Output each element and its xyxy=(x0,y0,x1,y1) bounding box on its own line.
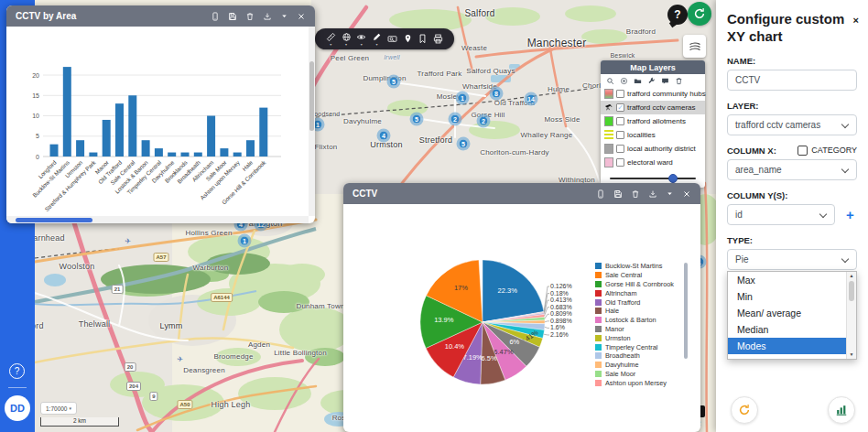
bookmarks-icon[interactable] xyxy=(418,34,428,44)
layer-comments-button[interactable] xyxy=(661,77,669,85)
close-button[interactable] xyxy=(682,189,691,199)
bar[interactable] xyxy=(220,148,228,157)
scroll-down-arrow[interactable]: ▼ xyxy=(847,351,856,359)
measure-tool-icon[interactable] xyxy=(326,32,336,42)
cluster-marker[interactable]: 4 xyxy=(377,129,391,143)
sidebar-close-button[interactable]: × xyxy=(853,15,859,26)
basemap-globe-icon[interactable] xyxy=(342,32,352,42)
delete-button[interactable] xyxy=(631,189,640,199)
visibility-button[interactable]: ▾ xyxy=(356,32,366,47)
hscroll-thumb[interactable] xyxy=(16,218,92,222)
user-avatar[interactable]: DD xyxy=(5,395,30,421)
map-layers-title[interactable]: Map Layers xyxy=(601,60,705,74)
bar[interactable] xyxy=(128,95,136,157)
vscroll-thumb[interactable] xyxy=(309,61,314,131)
bar[interactable] xyxy=(246,140,255,157)
basemap-layers-button[interactable] xyxy=(683,35,706,58)
print-icon[interactable] xyxy=(433,34,443,44)
bar[interactable] xyxy=(63,67,71,157)
bar[interactable] xyxy=(194,153,202,157)
map-scale-select[interactable]: 1:70000 ▾ xyxy=(40,402,77,415)
bar[interactable] xyxy=(259,108,267,157)
add-layer-button[interactable] xyxy=(620,77,628,85)
bar[interactable] xyxy=(76,140,84,157)
cluster-marker[interactable]: 5 xyxy=(410,113,424,126)
cluster-marker[interactable]: 2 xyxy=(477,114,491,128)
bar[interactable] xyxy=(142,140,150,157)
legend-scrollbar[interactable] xyxy=(684,263,688,359)
layer-row[interactable]: local authority district xyxy=(601,142,705,156)
layer-checkbox[interactable] xyxy=(616,90,624,98)
add-y-column-button[interactable]: + xyxy=(846,208,854,221)
bar[interactable] xyxy=(181,153,190,157)
dropdown-scroll-thumb[interactable] xyxy=(849,281,854,301)
bar[interactable] xyxy=(168,153,176,157)
legend-item[interactable]: Sale Central xyxy=(595,271,674,280)
pie-panel-header[interactable]: CCTV xyxy=(343,183,700,204)
layer-row[interactable]: trafford community hubs xyxy=(601,87,705,101)
type-option-modes[interactable]: Modes xyxy=(728,338,856,354)
type-option-standard-deviation[interactable]: Standard Deviation xyxy=(728,354,856,359)
legend-item[interactable]: Timperley Central xyxy=(595,342,674,351)
scroll-up-arrow[interactable]: ▲ xyxy=(847,272,856,280)
bar[interactable] xyxy=(103,120,111,157)
bar[interactable] xyxy=(207,116,215,157)
open-chart-button[interactable] xyxy=(828,396,855,424)
delete-layer-button[interactable] xyxy=(675,77,683,85)
layer-row[interactable]: electoral ward xyxy=(601,156,705,169)
cluster-marker[interactable]: 14 xyxy=(525,92,538,106)
legend-item[interactable]: Bucklow-St Martins xyxy=(595,262,674,271)
legend-item[interactable]: Urmston xyxy=(595,333,674,342)
visibility-icon[interactable] xyxy=(356,32,366,42)
layer-checkbox[interactable]: ✓ xyxy=(616,103,624,112)
print-button[interactable] xyxy=(433,34,443,44)
name-input[interactable]: CCTV xyxy=(727,70,857,91)
collapse-button[interactable] xyxy=(280,12,288,20)
cluster-marker[interactable]: 8 xyxy=(490,87,504,101)
save-button[interactable] xyxy=(613,189,623,199)
layer-row[interactable]: localities xyxy=(601,128,705,142)
legend-item[interactable]: Gorse Hill & Cornbrook xyxy=(595,280,674,289)
legend-item[interactable]: Lostock & Barton xyxy=(595,316,674,325)
draw-tools-button[interactable]: ▾ xyxy=(372,32,382,47)
layer-row[interactable]: trafford allotments xyxy=(601,114,705,128)
legend-item[interactable]: Altrincham xyxy=(595,288,674,297)
refresh-map-button[interactable] xyxy=(688,2,711,26)
download-button[interactable] xyxy=(263,12,272,21)
help-button[interactable]: ? xyxy=(667,5,688,25)
cluster-marker[interactable]: 2 xyxy=(449,113,462,126)
bar[interactable] xyxy=(89,153,97,157)
bar[interactable] xyxy=(115,103,124,157)
cluster-marker[interactable]: 1 xyxy=(456,92,470,105)
bar[interactable] xyxy=(233,153,242,157)
identify-button[interactable] xyxy=(387,34,397,44)
delete-button[interactable] xyxy=(245,12,255,21)
cluster-marker[interactable]: 5 xyxy=(387,75,401,89)
download-button[interactable] xyxy=(648,189,657,199)
search-layers-button[interactable] xyxy=(606,77,614,85)
column-y-select[interactable]: id xyxy=(727,204,835,225)
type-select[interactable]: Pie xyxy=(727,249,857,270)
bar[interactable] xyxy=(155,148,163,157)
legend-item[interactable]: Broadheath xyxy=(595,351,674,361)
bar-panel-hscrollbar[interactable] xyxy=(6,216,309,223)
layer-checkbox[interactable] xyxy=(616,131,624,139)
layer-checkbox[interactable] xyxy=(616,158,624,167)
legend-item[interactable]: Sale Moor xyxy=(595,370,674,379)
type-option-min[interactable]: Min xyxy=(728,288,856,305)
type-option-median[interactable]: Median xyxy=(728,321,856,338)
slider-knob[interactable] xyxy=(668,174,678,183)
add-location-button[interactable] xyxy=(403,34,413,44)
identify-icon[interactable] xyxy=(387,34,397,44)
cluster-marker[interactable]: 5 xyxy=(457,137,471,151)
layer-select[interactable]: trafford cctv cameras xyxy=(727,114,857,135)
collapse-button[interactable] xyxy=(666,189,674,198)
basemap-globe-button[interactable]: ▾ xyxy=(342,32,352,47)
category-checkbox-group[interactable]: CATEGORY xyxy=(797,146,857,156)
layer-checkbox[interactable] xyxy=(616,145,624,153)
legend-item[interactable]: Hale xyxy=(595,307,674,316)
save-button[interactable] xyxy=(228,12,237,21)
layer-row[interactable]: ✓trafford cctv cameras xyxy=(601,101,705,114)
close-button[interactable] xyxy=(297,12,306,21)
column-x-select[interactable]: area_name xyxy=(727,159,857,180)
